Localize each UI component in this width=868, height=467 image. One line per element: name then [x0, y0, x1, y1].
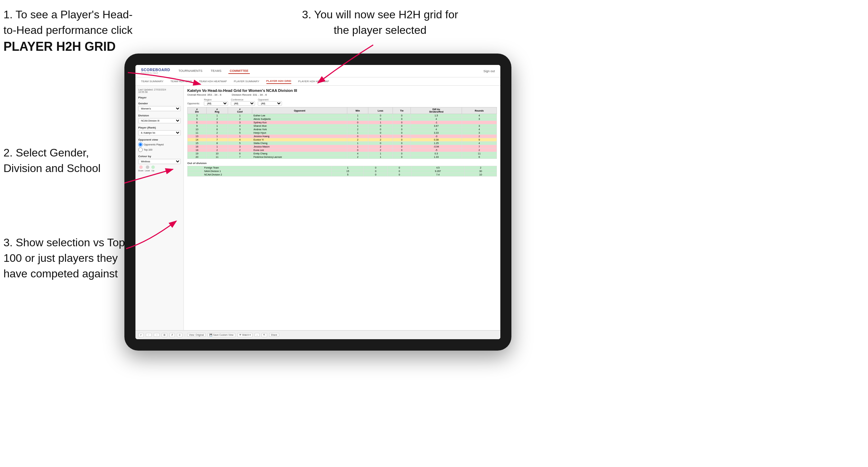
table-row: NAIA Division 115009.26730 [188, 170, 497, 173]
radio-opponents-played[interactable]: Opponents Played [138, 142, 181, 147]
table-row: 1585Stella Cheng1001.254 [188, 142, 497, 145]
table-row: 20117Federica Domecq Lacroze2101.336 [188, 155, 497, 159]
table-row: 1613Jessica Mason120-0.947 [188, 145, 497, 149]
legend-dot-down [139, 165, 143, 169]
data-title: Katelyn Vo Head-to-Head Grid for Women's… [187, 88, 497, 93]
col-rounds: Rounds [462, 107, 497, 114]
col-div: #Div [188, 107, 207, 114]
region-select[interactable]: (All) [204, 101, 228, 106]
logo-area: SCOREBOARD Powered by clippd [141, 68, 170, 74]
toolbar-watch[interactable]: 👁 Watch ▾ [237, 333, 253, 337]
subnav-player-summary[interactable]: PLAYER SUMMARY [234, 79, 260, 84]
tablet-screen: SCOREBOARD Powered by clippd TOURNAMENTS… [135, 65, 500, 339]
col-tie: Tie [393, 107, 411, 114]
legend-level: Level [145, 165, 150, 172]
legend-up: Up [151, 165, 155, 172]
subnav-team-h2h-grid[interactable]: TEAM H2H GRID [170, 79, 192, 84]
table-row: 522Alexis Sudjianto10043 [188, 117, 497, 121]
instruction-top-right: 3. You will now see H2H grid for the pla… [297, 7, 463, 38]
nav-committee[interactable]: COMMITTEE [228, 68, 250, 74]
radio-group: Opponents Played Top 100 [138, 142, 181, 152]
bottom-toolbar: ↩ ← → ⊞ ↺ ⊙ | View: Original 💾 Save Cust… [135, 330, 500, 339]
colour-by-select[interactable]: Win/loss [138, 159, 181, 164]
out-of-division-table: Foreign Team1004.52NAIA Division 115009.… [187, 166, 497, 177]
toolbar-home[interactable]: ⇱ [262, 333, 267, 337]
colour-by-section: Colour by Win/loss Down Level [138, 155, 181, 172]
instruction-top-left: 1. To see a Player's Head-to-Head perfor… [3, 7, 135, 55]
opponent-view-label: Opponent view [138, 138, 181, 141]
toolbar-forward[interactable]: → [154, 333, 160, 337]
opponent-filter-label: Opponent [258, 98, 282, 101]
toolbar-back[interactable]: ← [146, 333, 152, 337]
table-row: 1063Andrea York20044 [188, 128, 497, 131]
nav-items: TOURNAMENTS TEAMS COMMITTEE [177, 68, 477, 74]
conference-filter: Conference (All) [231, 98, 255, 106]
division-section: Division NCAA Division III NCAA Division… [138, 114, 181, 123]
opponent-view-section: Opponent view Opponents Played Top 100 [138, 138, 181, 152]
main-table: #Div #Reg #Conf Opponent Win Loss Tie Di… [187, 107, 497, 159]
subnav-player-h2h-heatmap[interactable]: PLAYER H2H HEATMAP [298, 79, 329, 84]
data-panel: Katelyn Vo Head-to-Head Grid for Women's… [184, 86, 500, 330]
nav-tournaments[interactable]: TOURNAMENTS [177, 68, 204, 74]
toolbar-target[interactable]: ⊙ [177, 333, 182, 337]
subnav-team-summary[interactable]: TEAM SUMMARY [141, 79, 163, 84]
table-row: 633Sydney Kuo010-1 [188, 121, 497, 124]
overall-record: Overall Record: 353 - 34 - 6 [187, 93, 221, 96]
col-conf: #Conf [228, 107, 252, 114]
table-row: 1125Heejo Hyun1003.333 [188, 131, 497, 135]
toolbar-refresh[interactable]: ↺ [169, 333, 175, 337]
division-label: Division [138, 114, 181, 117]
filters-row: Opponents: Region (All) Conference (All) [187, 98, 497, 106]
col-opponent: Opponent [252, 107, 347, 114]
logo-sub: Powered by clippd [141, 72, 170, 74]
logo-text: SCOREBOARD [141, 68, 170, 72]
sub-nav: TEAM SUMMARY TEAM H2H GRID TEAM H2H HEAT… [135, 77, 500, 86]
out-of-division-title: Out of division [187, 162, 497, 165]
conference-select[interactable]: (All) [231, 101, 255, 106]
table-row: NCAA Division 25007.410 [188, 173, 497, 177]
col-reg: #Reg [206, 107, 228, 114]
gender-section: Gender Women's Men's [138, 102, 181, 111]
toolbar-share[interactable]: Share [269, 333, 279, 337]
main-content: Last Updated: 27/03/202416:55:38 Player … [135, 86, 500, 330]
subnav-team-h2h-heatmap[interactable]: TEAM H2H HEATMAP [199, 79, 227, 84]
gender-select[interactable]: Women's Men's [138, 106, 181, 111]
toolbar-grid[interactable]: ⊞ [162, 333, 167, 337]
toolbar-save-custom[interactable]: 💾 Save Custom View [208, 333, 235, 337]
nav-teams[interactable]: TEAMS [209, 68, 223, 74]
table-row: 19106Emily Chang4100.311 [188, 152, 497, 155]
legend-dot-up [151, 165, 155, 169]
table-row: Foreign Team1004.52 [188, 166, 497, 170]
gender-label: Gender [138, 102, 181, 105]
toolbar-download[interactable]: ↓ [255, 333, 260, 337]
player-label: Player [138, 96, 181, 99]
col-diff: Diff AvStrokes/Rnd [411, 107, 462, 114]
division-record: Division Record: 331 - 34 - 6 [232, 93, 267, 96]
instruction-middle-left: 2. Select Gender, Division and School [3, 145, 121, 176]
player-rank-select[interactable]: 8. Katelyn Vo [138, 130, 181, 135]
region-filter-label: Region [204, 98, 228, 101]
table-row: 1474Eunice Yi2200.389 [188, 138, 497, 142]
nav-sign-in[interactable]: Sign out [483, 69, 495, 73]
tablet-frame: SCOREBOARD Powered by clippd TOURNAMENTS… [124, 54, 511, 351]
col-win: Win [347, 107, 368, 114]
region-filter: Region (All) [204, 98, 228, 106]
opponent-select[interactable]: (All) [258, 101, 282, 106]
table-row: 1822Euna Lee020-52 [188, 149, 497, 152]
colour-by-label: Colour by [138, 155, 181, 158]
instruction-bottom-left: 3. Show selection vs Top 100 or just pla… [3, 235, 128, 281]
conference-filter-label: Conference [231, 98, 255, 101]
data-subtitle: Overall Record: 353 - 34 - 6 Division Re… [187, 93, 497, 96]
toolbar-view-original[interactable]: View: Original [187, 333, 206, 337]
timestamp: Last Updated: 27/03/202416:55:38 [138, 88, 181, 93]
toolbar-undo[interactable]: ↩ [138, 333, 144, 337]
left-panel: Last Updated: 27/03/202416:55:38 Player … [135, 86, 184, 330]
col-loss: Loss [368, 107, 393, 114]
legend-down: Down [138, 165, 143, 172]
table-row: 914Sharon Mun1003.673 [188, 124, 497, 128]
radio-top100[interactable]: Top 100 [138, 147, 181, 152]
subnav-player-h2h-grid[interactable]: PLAYER H2H GRID [266, 79, 291, 84]
division-select[interactable]: NCAA Division III NCAA Division I NCAA D… [138, 118, 181, 123]
player-section: Player [138, 96, 181, 99]
top-nav: SCOREBOARD Powered by clippd TOURNAMENTS… [135, 65, 500, 77]
